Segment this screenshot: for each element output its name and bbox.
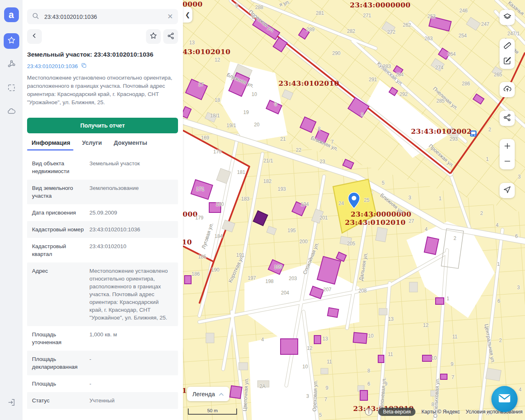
copyright-label[interactable]: Карты © Яндекс [421, 409, 460, 415]
row-value: Учтенный [89, 397, 173, 404]
row-value: 23:43:0102010:1036 [89, 226, 173, 233]
table-row: Площадь декларированная- [27, 351, 178, 375]
table-row: Кадастровый номер23:43:0102010:1036 [27, 221, 178, 238]
row-label: Кадастровый номер [32, 226, 84, 233]
layers-icon [503, 12, 512, 23]
search-icon [32, 12, 39, 21]
locate-group [500, 183, 515, 198]
row-value: 25.09.2009 [89, 209, 173, 217]
sidebar-item-favorites[interactable] [4, 33, 19, 49]
scale-label: 50 m [207, 409, 218, 414]
table-row: Кадастровый квартал23:43:0102010 [27, 238, 178, 262]
chevron-up-icon [219, 391, 224, 397]
app-window: a [0, 0, 525, 420]
back-button[interactable] [27, 29, 42, 44]
table-row: Вид земельного участкаЗемлепользование [27, 180, 178, 204]
share-icon [503, 113, 511, 123]
minus-icon [503, 157, 511, 167]
sidebar-item-login[interactable] [4, 395, 19, 411]
upload-group [500, 82, 515, 97]
parcel-info-panel: ✕ Земельный участок: 23:43:0102010:1036 [23, 0, 183, 420]
locate-me-button[interactable] [500, 183, 515, 198]
map-viewport[interactable]: 23:43:000000023:43:010201023:43:01020102… [183, 0, 525, 420]
graph-nodes-icon [7, 59, 16, 70]
star-icon [7, 36, 16, 46]
envelope-icon [498, 394, 511, 404]
cadastral-number-link[interactable]: 23:43:0102010:1036 [27, 63, 78, 69]
row-label: Площадь [32, 380, 84, 388]
layers-button[interactable] [500, 10, 515, 25]
row-label: Площадь уточненная [32, 331, 84, 346]
cloud-icon [7, 107, 16, 118]
panel-toolbar [27, 29, 178, 44]
navigation-arrow-icon [503, 185, 511, 196]
zoom-out-button[interactable] [500, 154, 515, 169]
table-row: Площадь- [27, 375, 178, 392]
clear-search-icon[interactable]: ✕ [167, 13, 173, 20]
row-label: Статус [32, 397, 84, 404]
parcel-description: Местоположение установлено относительно … [27, 74, 178, 107]
terms-link[interactable]: Условия использования [466, 409, 523, 415]
row-value: Землепользование [89, 184, 173, 200]
zoom-in-button[interactable] [500, 139, 515, 154]
upload-button[interactable] [500, 82, 515, 97]
sidebar-item-select-area[interactable] [4, 81, 19, 96]
cloud-upload-icon [503, 84, 512, 95]
draw-edit-button[interactable] [500, 54, 515, 69]
scale-bar: 50 m [188, 409, 237, 415]
tab-services[interactable]: Услуги [82, 139, 102, 146]
row-value: - [89, 355, 173, 371]
ruler-icon [503, 41, 512, 52]
share-group [500, 111, 515, 126]
sidebar-item-cloud[interactable] [4, 105, 19, 120]
transit-stop-icon [470, 130, 477, 137]
row-value: Земельный участок [89, 160, 173, 175]
sidebar-item-layers-graph[interactable] [4, 57, 19, 73]
row-label: Дата присвоения [32, 209, 84, 217]
legend-label: Легенда [192, 391, 215, 397]
share-button[interactable] [163, 29, 178, 44]
search-bar[interactable]: ✕ [27, 9, 178, 24]
row-label: Площадь декларированная [32, 355, 84, 371]
tab-documents[interactable]: Документы [114, 139, 147, 146]
search-input[interactable] [43, 13, 163, 21]
selection-square-icon [7, 83, 16, 94]
table-row: СтатусУчтенный [27, 392, 178, 409]
table-row: Дата присвоения25.09.2009 [27, 204, 178, 221]
row-label: Адрес [32, 267, 84, 322]
edit-icon [503, 56, 512, 67]
layers-tool-group [500, 10, 515, 25]
row-label: Вид объекта недвижимости [32, 160, 84, 175]
row-value: Местоположение установлено относительно … [89, 267, 173, 322]
info-table: Вид объекта недвижимостиЗемельный участо… [27, 155, 178, 409]
copy-icon[interactable] [81, 62, 87, 70]
table-row: Площадь уточненная1,000 кв. м [27, 326, 178, 351]
measure-edit-group [500, 39, 515, 69]
collapse-panel-button[interactable]: ❮ [183, 7, 192, 23]
zoom-group [500, 139, 515, 169]
page-title: Земельный участок: 23:43:0102010:1036 [27, 51, 178, 58]
share-icon [167, 32, 175, 41]
selected-parcel-pin[interactable] [348, 192, 360, 211]
row-value: - [89, 380, 173, 388]
legend-button[interactable]: Легенда [187, 387, 229, 401]
ruler-button[interactable] [500, 39, 515, 54]
info-icon[interactable]: i [365, 408, 372, 415]
chat-button[interactable] [491, 386, 518, 412]
row-value: 1,000 кв. м [89, 331, 173, 346]
chevron-left-icon: ❮ [185, 11, 190, 18]
table-row: АдресМестоположение установлено относите… [27, 262, 178, 326]
get-report-button[interactable]: Получить отчет [27, 118, 178, 133]
chevron-left-icon [31, 32, 38, 41]
row-label: Кадастровый квартал [32, 242, 84, 258]
favorite-button[interactable] [146, 29, 161, 44]
tab-information[interactable]: Информация [32, 139, 70, 146]
app-logo: a [4, 7, 19, 22]
row-label: Вид земельного участка [32, 184, 84, 200]
table-row: Вид объекта недвижимостиЗемельный участо… [27, 155, 178, 180]
icon-rail: a [0, 0, 23, 420]
tab-bar: Информация Услуги Документы [27, 139, 178, 151]
beta-badge: Beta-версия [378, 408, 415, 416]
map-share-button[interactable] [500, 111, 515, 126]
row-value: 23:43:0102010 [89, 242, 173, 258]
